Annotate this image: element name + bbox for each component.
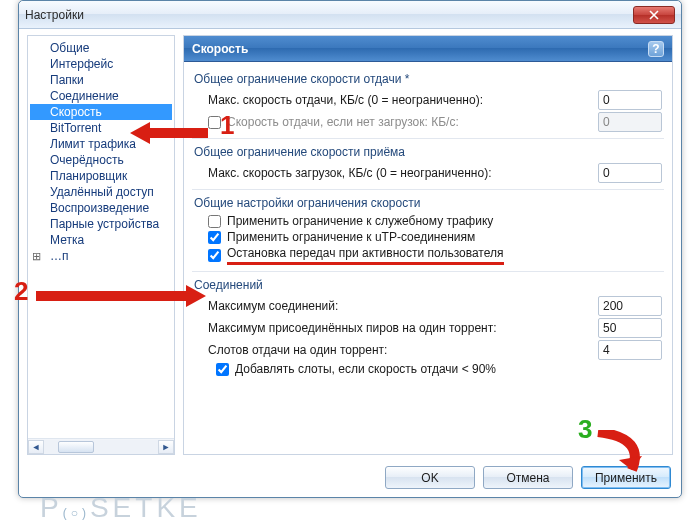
slots-input[interactable] — [598, 340, 662, 360]
sidebar-item-scheduler[interactable]: Планировщик — [30, 168, 172, 184]
panel-title: Скорость — [192, 42, 648, 56]
help-button[interactable]: ? — [648, 41, 664, 57]
sidebar-item-bittorrent[interactable]: BitTorrent — [30, 120, 172, 136]
scroll-right-icon[interactable]: ► — [158, 440, 174, 454]
upload-rate-label: Макс. скорость отдачи, КБ/с (0 = неогран… — [194, 93, 598, 107]
panel-header: Скорость ? — [184, 36, 672, 62]
sidebar-item-paired-devices[interactable]: Парные устройства — [30, 216, 172, 232]
limit-stop-checkbox[interactable] — [208, 249, 221, 262]
max-conn-input[interactable] — [598, 296, 662, 316]
watermark: P(○)SETKE — [40, 492, 202, 524]
upload-alt-label: Скорость отдачи, если нет загрузок: КБ/с… — [227, 115, 459, 129]
group-limits-title: Общие настройки ограничения скорости — [194, 196, 662, 210]
limit-stop-row[interactable]: Остановка передач при активности пользов… — [194, 246, 662, 265]
sidebar-item-remote[interactable]: Удалённый доступ — [30, 184, 172, 200]
sidebar-item-label[interactable]: Метка — [30, 232, 172, 248]
scroll-thumb[interactable] — [58, 441, 94, 453]
addslots-row[interactable]: Добавлять слоты, если скорость отдачи < … — [194, 362, 662, 376]
window-title: Настройки — [25, 8, 633, 22]
sidebar-item-traffic-limit[interactable]: Лимит трафика — [30, 136, 172, 152]
sidebar: Общие Интерфейс Папки Соединение Скорост… — [27, 35, 175, 455]
sidebar-item-advanced[interactable]: …п — [30, 248, 172, 264]
addslots-checkbox[interactable] — [216, 363, 229, 376]
group-download-title: Общее ограничение скорости приёма — [194, 145, 662, 159]
limit-stop-label: Остановка передач при активности пользов… — [227, 246, 504, 265]
sidebar-item-playback[interactable]: Воспроизведение — [30, 200, 172, 216]
category-tree: Общие Интерфейс Папки Соединение Скорост… — [28, 36, 174, 438]
limit-overhead-label: Применить ограничение к служебному трафи… — [227, 214, 493, 228]
panel-body: Общее ограничение скорости отдачи * Макс… — [184, 62, 672, 454]
limit-overhead-checkbox[interactable] — [208, 215, 221, 228]
slots-label: Слотов отдачи на один торрент: — [194, 343, 598, 357]
close-icon — [649, 10, 659, 20]
group-upload-title: Общее ограничение скорости отдачи * — [194, 72, 662, 86]
close-button[interactable] — [633, 6, 675, 24]
divider — [192, 271, 664, 272]
sidebar-item-folders[interactable]: Папки — [30, 72, 172, 88]
download-rate-input[interactable] — [598, 163, 662, 183]
sidebar-item-speed[interactable]: Скорость — [30, 104, 172, 120]
limit-utp-label: Применить ограничение к uTP-соединениям — [227, 230, 475, 244]
scroll-track[interactable] — [44, 440, 158, 454]
max-peers-input[interactable] — [598, 318, 662, 338]
upload-alt-checkbox[interactable] — [208, 116, 221, 129]
apply-button[interactable]: Применить — [581, 466, 671, 489]
sidebar-item-connection[interactable]: Соединение — [30, 88, 172, 104]
dialog-buttons: OK Отмена Применить — [385, 466, 671, 489]
limit-overhead-row[interactable]: Применить ограничение к служебному трафи… — [194, 214, 662, 228]
sidebar-item-interface[interactable]: Интерфейс — [30, 56, 172, 72]
ok-button[interactable]: OK — [385, 466, 475, 489]
upload-alt-row[interactable]: Скорость отдачи, если нет загрузок: КБ/с… — [194, 115, 598, 129]
titlebar[interactable]: Настройки — [19, 1, 681, 29]
scroll-left-icon[interactable]: ◄ — [28, 440, 44, 454]
group-conn-title: Соединений — [194, 278, 662, 292]
settings-window: Настройки Общие Интерфейс Папки Соединен… — [18, 0, 682, 498]
limit-utp-checkbox[interactable] — [208, 231, 221, 244]
upload-rate-input[interactable] — [598, 90, 662, 110]
sidebar-hscrollbar[interactable]: ◄ ► — [28, 438, 174, 454]
sidebar-item-queue[interactable]: Очерёдность — [30, 152, 172, 168]
max-peers-label: Максимум присоединённых пиров на один то… — [194, 321, 598, 335]
addslots-label: Добавлять слоты, если скорость отдачи < … — [235, 362, 496, 376]
divider — [192, 138, 664, 139]
help-icon: ? — [652, 42, 659, 56]
content-panel: Скорость ? Общее ограничение скорости от… — [183, 35, 673, 455]
divider — [192, 189, 664, 190]
max-conn-label: Максимум соединений: — [194, 299, 598, 313]
upload-alt-input — [598, 112, 662, 132]
sidebar-item-general[interactable]: Общие — [30, 40, 172, 56]
download-rate-label: Макс. скорость загрузок, КБ/с (0 = неогр… — [194, 166, 598, 180]
cancel-button[interactable]: Отмена — [483, 466, 573, 489]
limit-utp-row[interactable]: Применить ограничение к uTP-соединениям — [194, 230, 662, 244]
